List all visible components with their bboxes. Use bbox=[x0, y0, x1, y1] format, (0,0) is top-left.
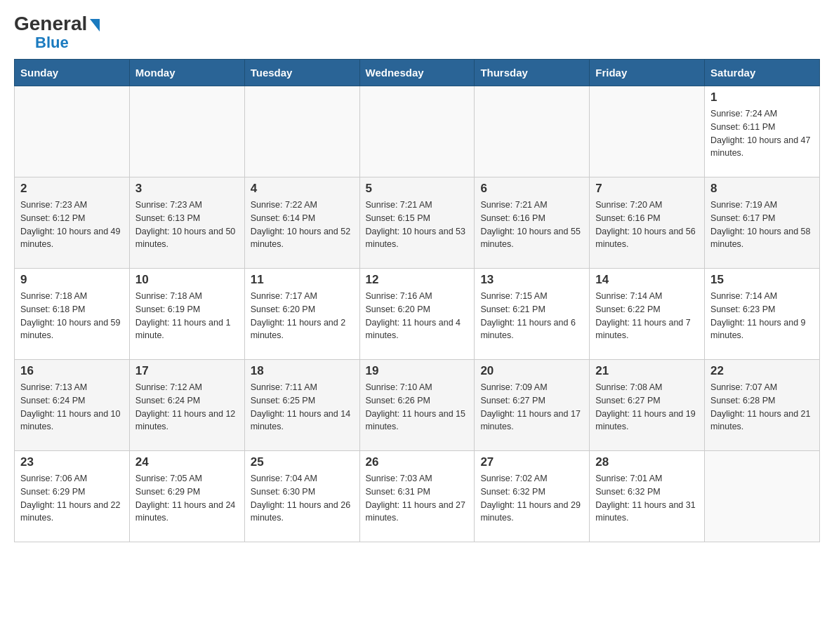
weekday-header-tuesday: Tuesday bbox=[244, 60, 359, 86]
day-number: 12 bbox=[366, 273, 469, 287]
calendar-cell bbox=[129, 86, 244, 177]
day-number: 21 bbox=[595, 364, 699, 378]
day-info: Sunrise: 7:21 AM Sunset: 6:16 PM Dayligh… bbox=[480, 199, 583, 251]
calendar-cell: 10Sunrise: 7:18 AM Sunset: 6:19 PM Dayli… bbox=[129, 269, 244, 360]
calendar-cell bbox=[590, 86, 705, 177]
calendar-table: SundayMondayTuesdayWednesdayThursdayFrid… bbox=[14, 59, 820, 542]
calendar-cell bbox=[15, 86, 130, 177]
calendar-cell: 27Sunrise: 7:02 AM Sunset: 6:32 PM Dayli… bbox=[475, 451, 590, 542]
day-info: Sunrise: 7:23 AM Sunset: 6:12 PM Dayligh… bbox=[20, 199, 124, 251]
calendar-cell: 19Sunrise: 7:10 AM Sunset: 6:26 PM Dayli… bbox=[359, 360, 475, 451]
day-number: 20 bbox=[480, 364, 583, 378]
logo-blue-text: Blue bbox=[35, 34, 69, 52]
calendar-cell bbox=[705, 451, 820, 542]
calendar-header: SundayMondayTuesdayWednesdayThursdayFrid… bbox=[15, 60, 820, 86]
calendar-week-1: 1Sunrise: 7:24 AM Sunset: 6:11 PM Daylig… bbox=[15, 86, 820, 177]
day-number: 27 bbox=[480, 455, 583, 469]
weekday-header-thursday: Thursday bbox=[475, 60, 590, 86]
day-number: 24 bbox=[135, 455, 239, 469]
day-info: Sunrise: 7:05 AM Sunset: 6:29 PM Dayligh… bbox=[135, 472, 239, 525]
calendar-cell: 21Sunrise: 7:08 AM Sunset: 6:27 PM Dayli… bbox=[590, 360, 705, 451]
day-number: 14 bbox=[595, 273, 699, 287]
calendar-cell: 12Sunrise: 7:16 AM Sunset: 6:20 PM Dayli… bbox=[359, 269, 475, 360]
day-number: 25 bbox=[251, 455, 354, 469]
weekday-header-monday: Monday bbox=[129, 60, 244, 86]
calendar-week-5: 23Sunrise: 7:06 AM Sunset: 6:29 PM Dayli… bbox=[15, 451, 820, 542]
day-number: 15 bbox=[710, 273, 814, 287]
calendar-cell: 9Sunrise: 7:18 AM Sunset: 6:18 PM Daylig… bbox=[15, 269, 130, 360]
calendar-cell: 22Sunrise: 7:07 AM Sunset: 6:28 PM Dayli… bbox=[705, 360, 820, 451]
day-number: 13 bbox=[480, 273, 583, 287]
calendar-cell: 16Sunrise: 7:13 AM Sunset: 6:24 PM Dayli… bbox=[15, 360, 130, 451]
logo-arrow-icon bbox=[90, 19, 100, 32]
logo-general-text: General bbox=[14, 14, 100, 34]
day-number: 23 bbox=[20, 455, 124, 469]
day-info: Sunrise: 7:18 AM Sunset: 6:18 PM Dayligh… bbox=[20, 290, 124, 342]
calendar-cell: 7Sunrise: 7:20 AM Sunset: 6:16 PM Daylig… bbox=[590, 177, 705, 269]
day-info: Sunrise: 7:23 AM Sunset: 6:13 PM Dayligh… bbox=[135, 199, 239, 251]
day-info: Sunrise: 7:16 AM Sunset: 6:20 PM Dayligh… bbox=[366, 290, 469, 342]
calendar-cell: 4Sunrise: 7:22 AM Sunset: 6:14 PM Daylig… bbox=[244, 177, 359, 269]
calendar-cell bbox=[475, 86, 590, 177]
day-info: Sunrise: 7:11 AM Sunset: 6:25 PM Dayligh… bbox=[251, 381, 354, 434]
calendar-cell: 8Sunrise: 7:19 AM Sunset: 6:17 PM Daylig… bbox=[705, 177, 820, 269]
day-info: Sunrise: 7:17 AM Sunset: 6:20 PM Dayligh… bbox=[251, 290, 354, 342]
day-info: Sunrise: 7:21 AM Sunset: 6:15 PM Dayligh… bbox=[366, 199, 469, 251]
day-info: Sunrise: 7:10 AM Sunset: 6:26 PM Dayligh… bbox=[366, 381, 469, 434]
calendar-cell: 5Sunrise: 7:21 AM Sunset: 6:15 PM Daylig… bbox=[359, 177, 475, 269]
day-number: 28 bbox=[595, 455, 699, 469]
day-number: 1 bbox=[710, 90, 814, 105]
day-number: 18 bbox=[251, 364, 354, 378]
day-info: Sunrise: 7:19 AM Sunset: 6:17 PM Dayligh… bbox=[710, 199, 814, 251]
day-info: Sunrise: 7:14 AM Sunset: 6:23 PM Dayligh… bbox=[710, 290, 814, 342]
day-number: 9 bbox=[20, 273, 124, 287]
day-info: Sunrise: 7:06 AM Sunset: 6:29 PM Dayligh… bbox=[20, 472, 124, 525]
calendar-week-3: 9Sunrise: 7:18 AM Sunset: 6:18 PM Daylig… bbox=[15, 269, 820, 360]
day-info: Sunrise: 7:12 AM Sunset: 6:24 PM Dayligh… bbox=[135, 381, 239, 434]
day-info: Sunrise: 7:09 AM Sunset: 6:27 PM Dayligh… bbox=[480, 381, 583, 434]
calendar-cell: 23Sunrise: 7:06 AM Sunset: 6:29 PM Dayli… bbox=[15, 451, 130, 542]
day-number: 5 bbox=[366, 182, 469, 196]
day-number: 11 bbox=[251, 273, 354, 287]
day-number: 2 bbox=[20, 182, 124, 196]
day-info: Sunrise: 7:15 AM Sunset: 6:21 PM Dayligh… bbox=[480, 290, 583, 342]
day-number: 6 bbox=[480, 182, 583, 196]
weekday-header-wednesday: Wednesday bbox=[359, 60, 475, 86]
calendar-week-4: 16Sunrise: 7:13 AM Sunset: 6:24 PM Dayli… bbox=[15, 360, 820, 451]
day-number: 4 bbox=[251, 182, 354, 196]
day-number: 26 bbox=[366, 455, 469, 469]
day-info: Sunrise: 7:13 AM Sunset: 6:24 PM Dayligh… bbox=[20, 381, 124, 434]
page-header: General Blue bbox=[14, 14, 820, 52]
day-info: Sunrise: 7:24 AM Sunset: 6:11 PM Dayligh… bbox=[710, 107, 814, 160]
day-info: Sunrise: 7:18 AM Sunset: 6:19 PM Dayligh… bbox=[135, 290, 239, 342]
day-info: Sunrise: 7:02 AM Sunset: 6:32 PM Dayligh… bbox=[480, 472, 583, 525]
calendar-cell: 28Sunrise: 7:01 AM Sunset: 6:32 PM Dayli… bbox=[590, 451, 705, 542]
day-number: 16 bbox=[20, 364, 124, 378]
day-number: 8 bbox=[710, 182, 814, 196]
calendar-cell: 17Sunrise: 7:12 AM Sunset: 6:24 PM Dayli… bbox=[129, 360, 244, 451]
weekday-header-sunday: Sunday bbox=[15, 60, 130, 86]
day-info: Sunrise: 7:01 AM Sunset: 6:32 PM Dayligh… bbox=[595, 472, 699, 525]
day-number: 19 bbox=[366, 364, 469, 378]
calendar-cell bbox=[244, 86, 359, 177]
day-info: Sunrise: 7:22 AM Sunset: 6:14 PM Dayligh… bbox=[251, 199, 354, 251]
calendar-cell: 24Sunrise: 7:05 AM Sunset: 6:29 PM Dayli… bbox=[129, 451, 244, 542]
calendar-cell: 14Sunrise: 7:14 AM Sunset: 6:22 PM Dayli… bbox=[590, 269, 705, 360]
weekday-header-saturday: Saturday bbox=[705, 60, 820, 86]
weekday-header-friday: Friday bbox=[590, 60, 705, 86]
calendar-cell: 1Sunrise: 7:24 AM Sunset: 6:11 PM Daylig… bbox=[705, 86, 820, 177]
day-number: 17 bbox=[135, 364, 239, 378]
day-info: Sunrise: 7:07 AM Sunset: 6:28 PM Dayligh… bbox=[710, 381, 814, 434]
day-info: Sunrise: 7:20 AM Sunset: 6:16 PM Dayligh… bbox=[595, 199, 699, 251]
calendar-cell: 11Sunrise: 7:17 AM Sunset: 6:20 PM Dayli… bbox=[244, 269, 359, 360]
calendar-cell: 3Sunrise: 7:23 AM Sunset: 6:13 PM Daylig… bbox=[129, 177, 244, 269]
calendar-cell: 13Sunrise: 7:15 AM Sunset: 6:21 PM Dayli… bbox=[475, 269, 590, 360]
day-info: Sunrise: 7:03 AM Sunset: 6:31 PM Dayligh… bbox=[366, 472, 469, 525]
calendar-cell: 6Sunrise: 7:21 AM Sunset: 6:16 PM Daylig… bbox=[475, 177, 590, 269]
day-info: Sunrise: 7:14 AM Sunset: 6:22 PM Dayligh… bbox=[595, 290, 699, 342]
calendar-cell: 15Sunrise: 7:14 AM Sunset: 6:23 PM Dayli… bbox=[705, 269, 820, 360]
logo: General Blue bbox=[14, 14, 100, 52]
day-info: Sunrise: 7:04 AM Sunset: 6:30 PM Dayligh… bbox=[251, 472, 354, 525]
day-info: Sunrise: 7:08 AM Sunset: 6:27 PM Dayligh… bbox=[595, 381, 699, 434]
calendar-week-2: 2Sunrise: 7:23 AM Sunset: 6:12 PM Daylig… bbox=[15, 177, 820, 269]
